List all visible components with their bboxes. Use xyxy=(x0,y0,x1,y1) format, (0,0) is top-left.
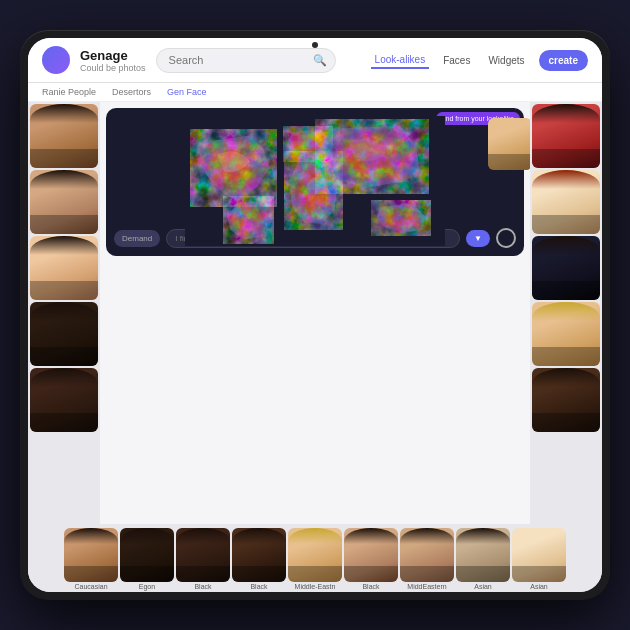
list-item[interactable]: Middle-Eastn xyxy=(288,528,342,590)
map-container: find from your lookalike xyxy=(106,108,524,256)
list-item[interactable] xyxy=(30,170,98,234)
list-item[interactable] xyxy=(532,104,600,168)
list-item[interactable] xyxy=(30,368,98,432)
list-item[interactable] xyxy=(532,302,600,366)
face-label: Caucasian xyxy=(74,583,107,590)
sub-header: Ranie People Desertors Gen Face xyxy=(28,83,602,102)
list-item[interactable]: Egon xyxy=(120,528,174,590)
list-item[interactable]: Black xyxy=(232,528,286,590)
list-item[interactable] xyxy=(532,170,600,234)
tab-lookalikes[interactable]: Look-alikes xyxy=(371,52,430,69)
sub-nav-desertors[interactable]: Desertors xyxy=(112,87,151,97)
face-label: Black xyxy=(194,583,211,590)
faces-sidebar-right xyxy=(530,102,602,524)
face-label: Middle-Eastn xyxy=(295,583,336,590)
tablet-screen: Genage Could be photos 🔍 Look-alikes Fac… xyxy=(28,38,602,592)
list-item[interactable] xyxy=(30,302,98,366)
app-logo xyxy=(42,46,70,74)
bottom-faces-row: Caucasian Egon Black xyxy=(28,524,602,592)
face-label: MiddEastern xyxy=(407,583,446,590)
tablet-camera xyxy=(312,42,318,48)
list-item[interactable] xyxy=(30,236,98,300)
list-item[interactable] xyxy=(30,104,98,168)
main-content: find from your lookalike xyxy=(28,102,602,524)
tab-faces[interactable]: Faces xyxy=(439,53,474,68)
app-title: Genage xyxy=(80,48,146,63)
map-svg xyxy=(114,116,516,246)
list-item[interactable]: Asian xyxy=(456,528,510,590)
world-map xyxy=(114,116,516,246)
nav-tabs: Look-alikes Faces Widgets create xyxy=(346,50,588,71)
face-label: Asian xyxy=(474,583,492,590)
search-icon: 🔍 xyxy=(313,54,327,67)
list-item[interactable]: Asian xyxy=(512,528,566,590)
app-subtitle: Could be photos xyxy=(80,63,146,73)
faces-sidebar-left xyxy=(28,102,100,524)
tab-widgets[interactable]: Widgets xyxy=(484,53,528,68)
face-label: Black xyxy=(362,583,379,590)
list-item[interactable] xyxy=(532,236,600,300)
sub-nav-genface[interactable]: Gen Face xyxy=(167,87,207,97)
list-item[interactable] xyxy=(532,368,600,432)
face-preview-main xyxy=(488,118,530,170)
list-item[interactable]: Caucasian xyxy=(64,528,118,590)
search-input[interactable] xyxy=(169,54,307,66)
tablet-frame: Genage Could be photos 🔍 Look-alikes Fac… xyxy=(20,30,610,600)
list-item[interactable]: MiddEastern xyxy=(400,528,454,590)
list-item[interactable]: Black xyxy=(176,528,230,590)
list-item[interactable]: Black xyxy=(344,528,398,590)
search-bar[interactable]: 🔍 xyxy=(156,48,336,73)
create-button[interactable]: create xyxy=(539,50,588,71)
face-label: Egon xyxy=(139,583,155,590)
face-label: Black xyxy=(250,583,267,590)
sub-nav-ranie[interactable]: Ranie People xyxy=(42,87,96,97)
center-area: find from your lookalike xyxy=(100,102,530,524)
face-label: Asian xyxy=(530,583,548,590)
